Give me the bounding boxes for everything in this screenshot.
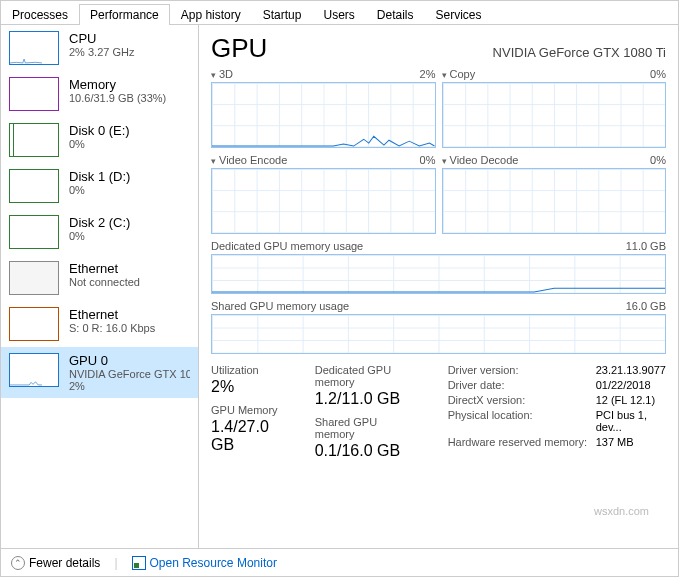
util-label: Utilization [211, 364, 285, 376]
shmem-max: 16.0 GB [626, 300, 666, 312]
sidebar-item-memory[interactable]: Memory10.6/31.9 GB (33%) [1, 71, 198, 117]
sidebar-item-cpu[interactable]: CPU2% 3.27 GHz [1, 25, 198, 71]
divider: | [114, 556, 117, 570]
disk-thumb [9, 169, 59, 203]
info-k: Hardware reserved memory: [448, 436, 588, 448]
sidebar-item-ethernet-0[interactable]: EthernetNot connected [1, 255, 198, 301]
shmem-label: Shared GPU memory [315, 416, 418, 440]
chevron-up-icon: ⌃ [11, 556, 25, 570]
engine-value: 0% [650, 68, 666, 80]
sidebar-item-gpu-0[interactable]: GPU 0NVIDIA GeForce GTX 1080 Ti2% [1, 347, 198, 398]
chart-video-encode [211, 168, 436, 234]
tab-services[interactable]: Services [425, 4, 493, 25]
engine-video-decode: ▾Video Decode0% [442, 154, 667, 234]
engine-copy: ▾Copy0% [442, 68, 667, 148]
footer: ⌃Fewer details | Open Resource Monitor [1, 548, 678, 576]
sub: 2% 3.27 GHz [69, 46, 190, 58]
engine-value: 0% [650, 154, 666, 166]
sidebar: CPU2% 3.27 GHz Memory10.6/31.9 GB (33%) … [1, 25, 199, 548]
chevron-down-icon: ▾ [442, 70, 447, 80]
page-title: GPU [211, 33, 267, 64]
label: Disk 1 (D:) [69, 169, 190, 184]
tab-details[interactable]: Details [366, 4, 425, 25]
ethernet-thumb [9, 261, 59, 295]
disk-thumb [9, 215, 59, 249]
chart-shared-memory [211, 314, 666, 354]
label: Ethernet [69, 261, 190, 276]
info-v: PCI bus 1, dev... [596, 409, 666, 433]
gpu-thumb [9, 353, 59, 387]
sub: 10.6/31.9 GB (33%) [69, 92, 190, 104]
cpu-thumb [9, 31, 59, 65]
engine-value: 0% [420, 154, 436, 166]
tab-processes[interactable]: Processes [1, 4, 79, 25]
label: Ethernet [69, 307, 190, 322]
monitor-icon [132, 556, 146, 570]
info-k: DirectX version: [448, 394, 588, 406]
stats-panel: Utilization 2% GPU Memory 1.4/27.0 GB De… [211, 364, 666, 466]
chart-dedicated-memory [211, 254, 666, 294]
chart-video-decode [442, 168, 667, 234]
engine-select[interactable]: ▾3D [211, 68, 233, 80]
sub: S: 0 R: 16.0 Kbps [69, 322, 190, 334]
chevron-down-icon: ▾ [442, 156, 447, 166]
info-k: Physical location: [448, 409, 588, 433]
info-v: 01/22/2018 [596, 379, 651, 391]
sub: Not connected [69, 276, 190, 288]
label: GPU 0 [69, 353, 190, 368]
tab-performance[interactable]: Performance [79, 4, 170, 25]
info-v: 12 (FL 12.1) [596, 394, 656, 406]
engine-value: 2% [420, 68, 436, 80]
sidebar-item-disk-0[interactable]: Disk 0 (E:)0% [1, 117, 198, 163]
sidebar-item-disk-2[interactable]: Disk 2 (C:)0% [1, 209, 198, 255]
shmem-label: Shared GPU memory usage [211, 300, 349, 312]
sub: 0% [69, 184, 190, 196]
chevron-down-icon: ▾ [211, 156, 216, 166]
engine-select[interactable]: ▾Video Encode [211, 154, 287, 166]
ethernet-thumb [9, 307, 59, 341]
engine-3d: ▾3D2% [211, 68, 436, 148]
main-panel: GPU NVIDIA GeForce GTX 1080 Ti ▾3D2% ▾Co… [199, 25, 678, 548]
label: Disk 2 (C:) [69, 215, 190, 230]
sidebar-item-disk-1[interactable]: Disk 1 (D:)0% [1, 163, 198, 209]
fewer-details-button[interactable]: ⌃Fewer details [11, 556, 100, 570]
label: Disk 0 (E:) [69, 123, 190, 138]
page-subtitle: NVIDIA GeForce GTX 1080 Ti [493, 45, 666, 60]
gpumem-value: 1.4/27.0 GB [211, 418, 285, 454]
chart-copy [442, 82, 667, 148]
info-k: Driver date: [448, 379, 588, 391]
label: Memory [69, 77, 190, 92]
tab-bar: Processes Performance App history Startu… [1, 1, 678, 25]
tab-app-history[interactable]: App history [170, 4, 252, 25]
dedmem-value: 1.2/11.0 GB [315, 390, 418, 408]
disk-thumb [9, 123, 59, 157]
shmem-value: 0.1/16.0 GB [315, 442, 418, 460]
tab-users[interactable]: Users [312, 4, 365, 25]
sub2: 2% [69, 380, 190, 392]
sub: 0% [69, 230, 190, 242]
dedmem-max: 11.0 GB [626, 240, 666, 252]
open-resource-monitor-link[interactable]: Open Resource Monitor [132, 556, 277, 570]
util-value: 2% [211, 378, 285, 396]
info-k: Driver version: [448, 364, 588, 376]
info-v: 23.21.13.9077 [596, 364, 666, 376]
sub: 0% [69, 138, 190, 150]
tab-startup[interactable]: Startup [252, 4, 313, 25]
dedmem-label: Dedicated GPU memory usage [211, 240, 363, 252]
sidebar-item-ethernet-1[interactable]: EthernetS: 0 R: 16.0 Kbps [1, 301, 198, 347]
label: CPU [69, 31, 190, 46]
memory-thumb [9, 77, 59, 111]
gpumem-label: GPU Memory [211, 404, 285, 416]
chart-3d [211, 82, 436, 148]
sub: NVIDIA GeForce GTX 1080 Ti [69, 368, 190, 380]
dedmem-label: Dedicated GPU memory [315, 364, 418, 388]
info-v: 137 MB [596, 436, 634, 448]
engine-video-encode: ▾Video Encode0% [211, 154, 436, 234]
engine-select[interactable]: ▾Copy [442, 68, 476, 80]
watermark: wsxdn.com [594, 505, 649, 517]
engine-select[interactable]: ▾Video Decode [442, 154, 519, 166]
chevron-down-icon: ▾ [211, 70, 216, 80]
